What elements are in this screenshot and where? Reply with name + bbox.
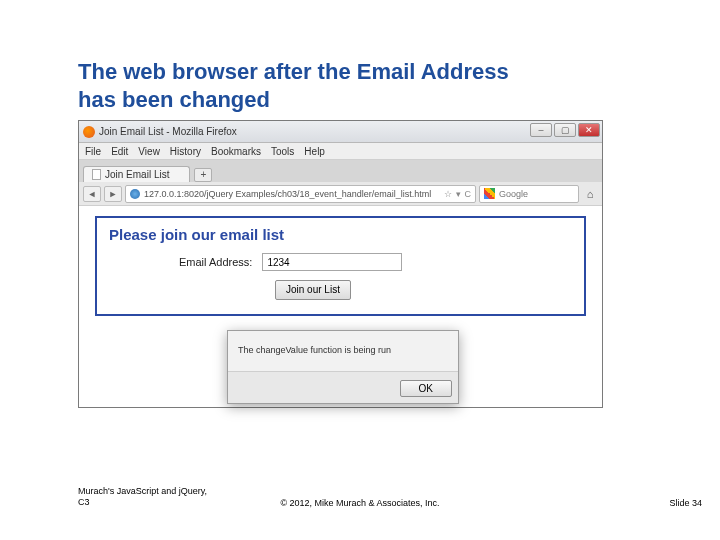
email-field[interactable] (262, 253, 402, 271)
url-input[interactable]: 127.0.0.1:8020/jQuery Examples/ch03/18_e… (125, 185, 476, 203)
window-title: Join Email List - Mozilla Firefox (99, 126, 237, 137)
google-icon (484, 188, 495, 199)
search-placeholder: Google (499, 189, 528, 199)
globe-icon (130, 189, 140, 199)
search-input[interactable]: Google (479, 185, 579, 203)
email-panel: Please join our email list Email Address… (95, 216, 586, 316)
bookmark-star-icon[interactable]: ☆ (444, 189, 452, 199)
firefox-icon (83, 126, 95, 138)
browser-window: Join Email List - Mozilla Firefox – ▢ ✕ … (78, 120, 603, 408)
titlebar: Join Email List - Mozilla Firefox – ▢ ✕ (79, 121, 602, 143)
menu-view[interactable]: View (138, 146, 160, 157)
alert-footer: OK (228, 371, 458, 403)
window-controls: – ▢ ✕ (530, 123, 600, 137)
page-heading: Please join our email list (109, 226, 572, 243)
alert-message: The changeValue function is being run (228, 331, 458, 371)
email-label: Email Address: (179, 256, 252, 268)
back-button[interactable]: ◄ (83, 186, 101, 202)
menu-help[interactable]: Help (304, 146, 325, 157)
menu-tools[interactable]: Tools (271, 146, 294, 157)
tabstrip: Join Email List + (79, 160, 602, 182)
url-controls: ☆ ▾ C (444, 189, 472, 199)
close-button[interactable]: ✕ (578, 123, 600, 137)
url-text: 127.0.0.1:8020/jQuery Examples/ch03/18_e… (144, 189, 444, 199)
forward-button[interactable]: ► (104, 186, 122, 202)
slide-title: The web browser after the Email Address … (78, 58, 509, 113)
page-icon (92, 169, 101, 180)
join-list-button[interactable]: Join our List (275, 280, 351, 300)
alert-ok-button[interactable]: OK (400, 380, 452, 397)
menu-bookmarks[interactable]: Bookmarks (211, 146, 261, 157)
footer-copyright: © 2012, Mike Murach & Associates, Inc. (0, 498, 720, 508)
tab-label: Join Email List (105, 169, 169, 180)
menu-edit[interactable]: Edit (111, 146, 128, 157)
minimize-button[interactable]: – (530, 123, 552, 137)
reload-icon[interactable]: C (465, 189, 472, 199)
navbar: ◄ ► 127.0.0.1:8020/jQuery Examples/ch03/… (79, 182, 602, 206)
menubar: File Edit View History Bookmarks Tools H… (79, 143, 602, 160)
maximize-button[interactable]: ▢ (554, 123, 576, 137)
footer-slide-number: Slide 34 (669, 498, 702, 508)
slide-title-line2: has been changed (78, 87, 270, 112)
menu-file[interactable]: File (85, 146, 101, 157)
footer-book: Murach's JavaScript and jQuery, (78, 486, 207, 496)
new-tab-button[interactable]: + (194, 168, 212, 182)
alert-dialog: The changeValue function is being run OK (227, 330, 459, 404)
slide-title-line1: The web browser after the Email Address (78, 59, 509, 84)
email-row: Email Address: (179, 253, 572, 271)
tab-join-email-list[interactable]: Join Email List (83, 166, 190, 182)
page-content: Please join our email list Email Address… (79, 206, 602, 407)
home-button[interactable]: ⌂ (582, 186, 598, 202)
menu-history[interactable]: History (170, 146, 201, 157)
url-dropdown-icon[interactable]: ▾ (456, 189, 461, 199)
